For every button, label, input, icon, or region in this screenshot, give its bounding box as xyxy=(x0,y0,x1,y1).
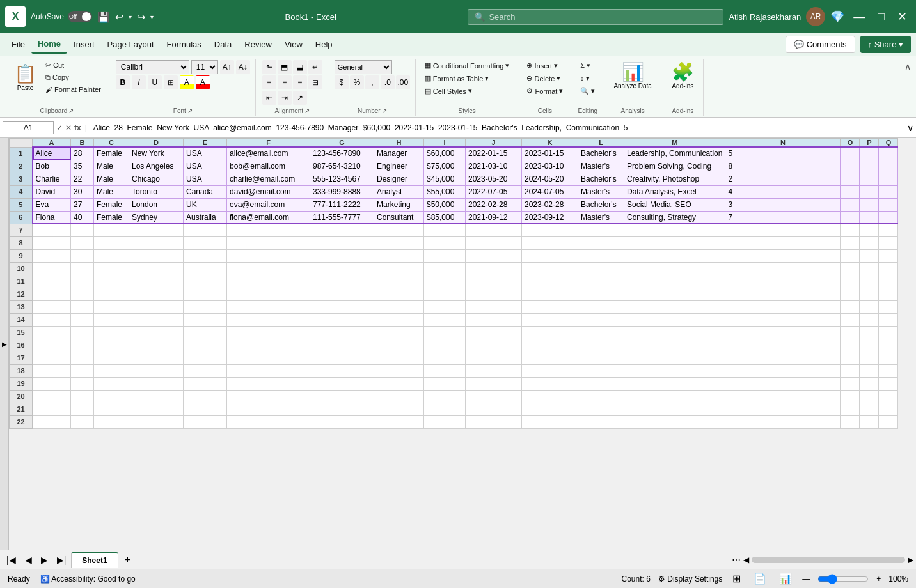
cell-N5[interactable]: 3 xyxy=(725,198,841,211)
cell-F3[interactable]: charlie@email.com xyxy=(227,173,310,185)
cell-C5[interactable]: Female xyxy=(94,198,129,211)
formula-cancel-icon[interactable]: ✕ xyxy=(65,123,72,132)
menu-data[interactable]: Data xyxy=(208,36,238,53)
cell-A8[interactable] xyxy=(33,236,71,249)
cell-P2[interactable] xyxy=(860,160,879,173)
cell-F18[interactable] xyxy=(227,364,310,377)
cell-E10[interactable] xyxy=(184,262,227,275)
cell-Q15[interactable] xyxy=(879,326,898,339)
cell-B6[interactable]: 40 xyxy=(71,211,94,224)
zoom-in-button[interactable]: + xyxy=(876,575,881,584)
cell-reference-input[interactable] xyxy=(3,121,54,134)
cell-I8[interactable] xyxy=(424,236,466,249)
cell-D16[interactable] xyxy=(129,339,184,352)
maximize-button[interactable]: □ xyxy=(874,8,888,26)
italic-button[interactable]: I xyxy=(132,75,146,89)
cell-E20[interactable] xyxy=(184,390,227,403)
cell-G9[interactable] xyxy=(310,249,374,262)
align-center-button[interactable]: ≡ xyxy=(278,75,292,89)
cell-N7[interactable] xyxy=(725,224,841,236)
ribbon-collapse-button[interactable]: ∧ xyxy=(904,61,911,72)
cell-L9[interactable] xyxy=(578,249,624,262)
cell-N20[interactable] xyxy=(725,390,841,403)
underline-button[interactable]: U xyxy=(148,75,162,89)
font-expand-icon[interactable]: ↗ xyxy=(187,107,193,114)
cell-K5[interactable]: 2023-02-28 xyxy=(522,198,578,211)
cell-P19[interactable] xyxy=(860,377,879,390)
cell-G15[interactable] xyxy=(310,326,374,339)
cell-M22[interactable] xyxy=(624,415,725,428)
insert-button[interactable]: ⊕ Insert ▾ xyxy=(524,60,565,71)
cell-A19[interactable] xyxy=(33,377,71,390)
undo-icon[interactable]: ↩ xyxy=(115,11,123,23)
minimize-button[interactable]: — xyxy=(849,8,869,26)
cell-B13[interactable] xyxy=(71,300,94,313)
paste-button[interactable]: 📋 Paste xyxy=(10,62,40,93)
add-sheet-button[interactable]: + xyxy=(120,552,136,568)
cell-I2[interactable]: $75,000 xyxy=(424,160,466,173)
cell-D6[interactable]: Sydney xyxy=(129,211,184,224)
cell-O16[interactable] xyxy=(841,339,860,352)
clipboard-expand-icon[interactable]: ↗ xyxy=(68,107,74,114)
cell-J1[interactable]: 2022-01-15 xyxy=(466,147,522,160)
page-layout-view-button[interactable]: 📄 xyxy=(751,571,769,586)
cell-M2[interactable]: Problem Solving, Coding xyxy=(624,160,725,173)
cell-C14[interactable] xyxy=(94,313,129,326)
cell-O5[interactable] xyxy=(841,198,860,211)
cell-L5[interactable]: Bachelor's xyxy=(578,198,624,211)
cell-F17[interactable] xyxy=(227,352,310,364)
cell-J3[interactable]: 2023-05-20 xyxy=(466,173,522,185)
cell-G4[interactable]: 333-999-8888 xyxy=(310,185,374,198)
cell-B19[interactable] xyxy=(71,377,94,390)
menu-home[interactable]: Home xyxy=(31,35,67,54)
cell-G21[interactable] xyxy=(310,403,374,415)
increase-indent-button[interactable]: ⇥ xyxy=(278,91,292,105)
cell-F1[interactable]: alice@email.com xyxy=(227,147,310,160)
cell-O1[interactable] xyxy=(841,147,860,160)
col-header-c[interactable]: C xyxy=(94,139,129,148)
col-header-d[interactable]: D xyxy=(129,139,184,148)
cell-G16[interactable] xyxy=(310,339,374,352)
cell-B21[interactable] xyxy=(71,403,94,415)
cell-J4[interactable]: 2022-07-05 xyxy=(466,185,522,198)
cell-M20[interactable] xyxy=(624,390,725,403)
cell-G14[interactable] xyxy=(310,313,374,326)
row-header-16[interactable]: 16 xyxy=(10,339,33,352)
increase-decimal-button[interactable]: .00 xyxy=(396,75,410,89)
row-header-9[interactable]: 9 xyxy=(10,249,33,262)
cell-N2[interactable]: 8 xyxy=(725,160,841,173)
col-header-a[interactable]: A xyxy=(33,139,71,148)
cell-N19[interactable] xyxy=(725,377,841,390)
cell-C18[interactable] xyxy=(94,364,129,377)
undo-dropdown[interactable]: ▾ xyxy=(129,13,132,20)
cell-H6[interactable]: Consultant xyxy=(374,211,424,224)
menu-insert[interactable]: Insert xyxy=(67,36,101,53)
cell-H19[interactable] xyxy=(374,377,424,390)
cell-K4[interactable]: 2024-07-05 xyxy=(522,185,578,198)
cell-O6[interactable] xyxy=(841,211,860,224)
col-header-k[interactable]: K xyxy=(522,139,578,148)
cell-G18[interactable] xyxy=(310,364,374,377)
col-header-f[interactable]: F xyxy=(227,139,310,148)
user-avatar[interactable]: AR xyxy=(806,7,825,26)
cell-J8[interactable] xyxy=(466,236,522,249)
cell-A15[interactable] xyxy=(33,326,71,339)
redo-icon[interactable]: ↪ xyxy=(137,11,145,23)
cell-H17[interactable] xyxy=(374,352,424,364)
cell-Q10[interactable] xyxy=(879,262,898,275)
font-shrink-button[interactable]: A↓ xyxy=(236,60,250,74)
cell-B11[interactable] xyxy=(71,275,94,288)
cell-P15[interactable] xyxy=(860,326,879,339)
cell-E12[interactable] xyxy=(184,288,227,300)
cell-P9[interactable] xyxy=(860,249,879,262)
cell-H1[interactable]: Manager xyxy=(374,147,424,160)
cell-A10[interactable] xyxy=(33,262,71,275)
page-break-view-button[interactable]: 📊 xyxy=(777,571,794,586)
format-as-table-button[interactable]: ▥ Format as Table ▾ xyxy=(422,73,512,84)
font-color-button[interactable]: A xyxy=(196,75,210,89)
cell-E18[interactable] xyxy=(184,364,227,377)
search-input[interactable] xyxy=(489,12,706,22)
zoom-out-button[interactable]: — xyxy=(802,575,810,584)
cell-P5[interactable] xyxy=(860,198,879,211)
cell-Q6[interactable] xyxy=(879,211,898,224)
